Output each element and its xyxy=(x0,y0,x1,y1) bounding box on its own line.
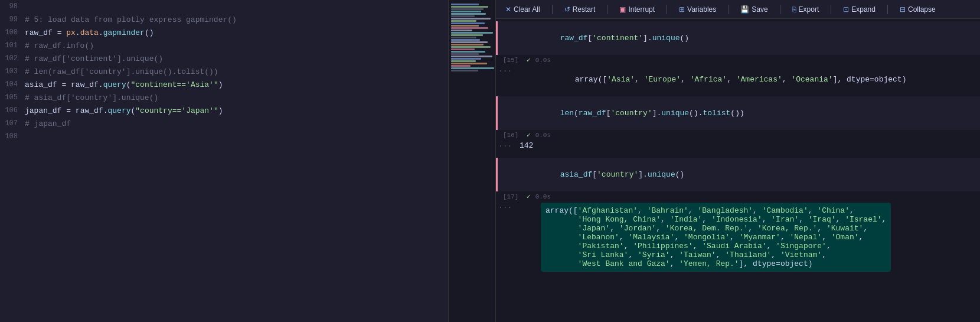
stop-icon: ▣ xyxy=(619,5,626,14)
save-icon: 💾 xyxy=(740,5,749,14)
save-button[interactable]: 💾 Save xyxy=(738,4,770,15)
main-layout: 98 99 # 5: load data from plotly express… xyxy=(0,0,980,322)
export-button[interactable]: ⎘ Export xyxy=(790,4,822,15)
toolbar: ✕ Clear All ↺ Restart ▣ Interrupt ⊞ Vari… xyxy=(496,0,980,19)
code-panel: 98 99 # 5: load data from plotly express… xyxy=(0,0,449,322)
code-line-98: 98 xyxy=(0,0,448,13)
export-icon: ⎘ xyxy=(792,5,796,14)
code-line-101: 101 # raw_df.info() xyxy=(0,39,448,52)
variables-icon: ⊞ xyxy=(679,5,685,14)
cell-15: raw_df['continent'].unique() [15] ✓ 0.0s… xyxy=(496,21,980,95)
code-line-105: 105 # asia_df['country'].unique() xyxy=(0,91,448,104)
expand-button[interactable]: ⊡ Expand xyxy=(841,4,878,15)
restart-icon: ↺ xyxy=(564,5,570,14)
cell-17-output: array(['Afghanistan', 'Bahrain', 'Bangla… xyxy=(541,203,891,272)
code-line-104: 104 asia_df = raw_df.query("continent=='… xyxy=(0,78,448,91)
output-cells: raw_df['continent'].unique() [15] ✓ 0.0s… xyxy=(496,19,980,322)
code-line-102: 102 # raw_df['continent'].unique() xyxy=(0,52,448,65)
clear-all-button[interactable]: ✕ Clear All xyxy=(503,4,543,15)
code-line-103: 103 # len(raw_df['country'].unique().tol… xyxy=(0,65,448,78)
interrupt-button[interactable]: ▣ Interrupt xyxy=(617,4,657,15)
collapse-icon: ⊟ xyxy=(900,5,906,14)
minimap-content xyxy=(449,4,495,322)
code-line-100: 100 raw_df = px.data.gapminder() xyxy=(0,26,448,39)
minimap xyxy=(449,0,496,322)
code-line-107: 107 # japan_df xyxy=(0,117,448,130)
restart-button[interactable]: ↺ Restart xyxy=(562,4,598,15)
code-line-99: 99 # 5: load data from plotly express ga… xyxy=(0,13,448,26)
code-line-108: 108 xyxy=(0,130,448,143)
cell-17: asia_df['country'].unique() [17] ✓ 0.0s … xyxy=(496,158,980,274)
cell-16: len(raw_df['country'].unique().tolist())… xyxy=(496,96,980,153)
output-panel: ✕ Clear All ↺ Restart ▣ Interrupt ⊞ Vari… xyxy=(496,0,980,322)
code-lines: 98 99 # 5: load data from plotly express… xyxy=(0,0,448,143)
code-line-106: 106 japan_df = raw_df.query("country=='J… xyxy=(0,104,448,117)
x-icon: ✕ xyxy=(505,5,511,14)
variables-button[interactable]: ⊞ Variables xyxy=(677,4,718,15)
collapse-button[interactable]: ⊟ Collapse xyxy=(897,4,938,15)
expand-icon: ⊡ xyxy=(843,5,849,14)
